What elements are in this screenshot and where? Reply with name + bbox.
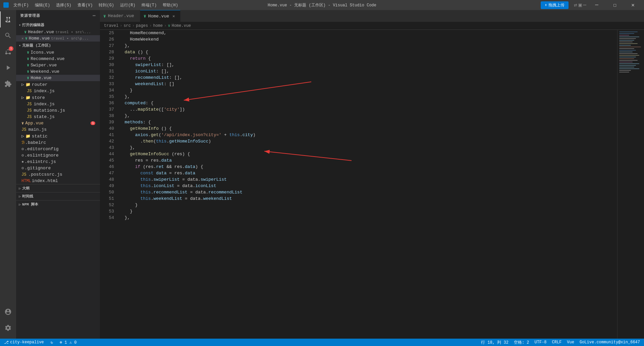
svg-rect-14 bbox=[619, 40, 634, 41]
file-recommend-vue[interactable]: ∨ Recommend.vue bbox=[16, 56, 100, 62]
header-vue-path: travel • src\... bbox=[55, 30, 91, 34]
outline-label[interactable]: ▷ 大纲 bbox=[16, 184, 100, 192]
tabs-bar: ∨ Header.vue ∨ Home.vue ✕ bbox=[100, 10, 644, 22]
status-line-ending[interactable]: CRLF bbox=[551, 340, 563, 345]
code-line: HomeWeekend bbox=[119, 36, 617, 43]
code-line: if (res.ret && res.data) { bbox=[119, 164, 617, 170]
breadcrumb-src[interactable]: src bbox=[123, 23, 131, 28]
svg-rect-12 bbox=[619, 37, 639, 37]
file-home-vue[interactable]: ∨ Home.vue bbox=[16, 75, 100, 81]
file-mutations-js[interactable]: JS mutations.js bbox=[16, 107, 100, 114]
tab-home-vue[interactable]: ∨ Home.vue ✕ bbox=[140, 10, 180, 22]
git-icon: ⚙ bbox=[21, 166, 24, 171]
file-weekend-vue[interactable]: ∨ Weekend.vue bbox=[16, 68, 100, 75]
folder-router[interactable]: ▷ 📁 router bbox=[16, 81, 100, 88]
activity-settings[interactable] bbox=[0, 320, 16, 336]
activity-extensions[interactable] bbox=[0, 76, 16, 92]
workspace-label: 无标题 (工作区) bbox=[22, 43, 51, 48]
code-line: }, bbox=[119, 43, 617, 49]
code-line: this.swiperList = data.swiperList bbox=[119, 176, 617, 183]
menu-help[interactable]: 帮助(H) bbox=[160, 2, 181, 9]
layout-icon[interactable]: ▣ bbox=[579, 2, 582, 8]
menu-view[interactable]: 查看(V) bbox=[75, 2, 96, 9]
code-editor[interactable]: 2526272829303132333435363738394041424344… bbox=[100, 30, 644, 339]
breadcrumb-file[interactable]: Home.vue bbox=[172, 23, 191, 28]
status-language[interactable]: Vue bbox=[566, 340, 576, 345]
js-file-icon: JS bbox=[21, 172, 26, 177]
close-button[interactable]: ✕ bbox=[625, 0, 641, 10]
folder-store[interactable]: ▷ 📁 store bbox=[16, 94, 100, 101]
status-encoding[interactable]: UTF-8 bbox=[533, 340, 548, 345]
activity-explorer[interactable] bbox=[0, 11, 16, 27]
status-errors[interactable]: ⊗ 1 ⚠ 0 bbox=[58, 340, 78, 345]
file-icons-vue[interactable]: ∨ Icons.vue bbox=[16, 49, 100, 56]
code-lines[interactable]: HomeRecommend, HomeWeekend }, data () { … bbox=[117, 30, 617, 339]
open-editors-section[interactable]: ▾ 打开的编辑器 bbox=[16, 21, 100, 29]
file-eslintignore[interactable]: ⚙ .eslintignore bbox=[16, 152, 100, 159]
close-editor-icon[interactable]: ✕ bbox=[21, 36, 24, 41]
menu-select[interactable]: 选择(S) bbox=[53, 2, 74, 9]
file-gitignore[interactable]: ⚙ .gitignore bbox=[16, 165, 100, 171]
activity-search[interactable] bbox=[0, 27, 16, 44]
upload-label: 拖拽上传 bbox=[548, 2, 565, 8]
file-postcssrc-js[interactable]: JS .postcssrc.js bbox=[16, 171, 100, 178]
more-icon[interactable]: ⋯ bbox=[583, 2, 586, 8]
timeline-arrow: ▷ bbox=[19, 194, 21, 198]
status-sync[interactable]: ↻ bbox=[49, 340, 54, 345]
svg-rect-33 bbox=[619, 72, 629, 72]
code-line: }, bbox=[119, 113, 617, 119]
tab-header-vue[interactable]: ∨ Header.vue bbox=[100, 10, 140, 22]
file-state-js[interactable]: JS state.js bbox=[16, 114, 100, 120]
open-editor-header-vue[interactable]: ∨ Header.vue travel • src\... bbox=[16, 29, 100, 35]
open-editor-home-vue[interactable]: ✕ ∨ Home.vue travel • src\p... bbox=[16, 35, 100, 42]
svg-rect-9 bbox=[619, 32, 638, 32]
breadcrumb-pages[interactable]: pages bbox=[136, 23, 148, 28]
status-branch[interactable]: ⎇ city-keepalive bbox=[3, 340, 45, 345]
vue-file-icon: ∨ bbox=[27, 75, 29, 80]
npm-label[interactable]: ▷ NPM 脚本 bbox=[16, 200, 100, 208]
activity-source-control[interactable]: 1 bbox=[0, 44, 16, 60]
svg-rect-11 bbox=[619, 35, 629, 36]
menu-edit[interactable]: 编辑(E) bbox=[32, 2, 53, 9]
file-store-index-js[interactable]: JS index.js bbox=[16, 101, 100, 107]
minimap bbox=[617, 30, 644, 339]
file-eslintrc-js[interactable]: ● .eslintrc.js bbox=[16, 159, 100, 165]
file-main-js[interactable]: JS main.js bbox=[16, 126, 100, 133]
file-index-html[interactable]: HTML index.html bbox=[16, 178, 100, 184]
svg-rect-26 bbox=[619, 60, 638, 61]
title-bar: 文件(F) 编辑(E) 选择(S) 查看(V) 转到(G) 运行(R) 终端(T… bbox=[0, 0, 644, 10]
workspace-section[interactable]: ▾ 无标题 (工作区) bbox=[16, 42, 100, 49]
minimize-button[interactable]: — bbox=[589, 0, 604, 10]
maximize-button[interactable]: ☐ bbox=[607, 0, 623, 10]
source-control-icon[interactable]: ⇄ bbox=[574, 2, 577, 8]
code-line: swiperList: [], bbox=[119, 62, 617, 68]
activity-account[interactable] bbox=[0, 304, 16, 320]
file-swiper-vue[interactable]: ∨ Swiper.vue bbox=[16, 62, 100, 68]
file-babelrc[interactable]: ℬ .babelrc bbox=[16, 139, 100, 146]
vue-icon: ∨ bbox=[25, 36, 28, 41]
status-position[interactable]: 行 18, 列 32 bbox=[480, 340, 510, 345]
activity-run[interactable] bbox=[0, 60, 16, 76]
tab-close-icon[interactable]: ✕ bbox=[172, 14, 175, 19]
title-bar-menu[interactable]: 文件(F) 编辑(E) 选择(S) 查看(V) 转到(G) 运行(R) 终端(T… bbox=[11, 2, 181, 9]
file-router-index-js[interactable]: JS index.js bbox=[16, 88, 100, 94]
app-badge: 1 bbox=[91, 121, 95, 125]
status-spaces[interactable]: 空格: 2 bbox=[513, 340, 531, 345]
status-golive[interactable]: GoLive.community@xin_6647 bbox=[578, 340, 641, 345]
upload-button[interactable]: ⬆ 拖拽上传 bbox=[541, 1, 569, 9]
babel-icon: ℬ bbox=[21, 140, 24, 145]
folder-static[interactable]: ▷ 📁 static bbox=[16, 133, 100, 139]
timeline-text: 时间线 bbox=[22, 194, 33, 199]
file-app-vue[interactable]: ∨ App.vue 1 bbox=[16, 120, 100, 126]
menu-goto[interactable]: 转到(G) bbox=[96, 2, 117, 9]
breadcrumb-sep4: › bbox=[164, 23, 166, 28]
menu-run[interactable]: 运行(R) bbox=[117, 2, 138, 9]
more-actions-icon[interactable]: ⋯ bbox=[93, 13, 96, 18]
menu-terminal[interactable]: 终端(T) bbox=[139, 2, 160, 9]
code-line: data () { bbox=[119, 49, 617, 55]
timeline-label[interactable]: ▷ 时间线 bbox=[16, 192, 100, 200]
breadcrumb-home[interactable]: home bbox=[153, 23, 163, 28]
menu-file[interactable]: 文件(F) bbox=[11, 2, 32, 9]
file-editorconfig[interactable]: ⚙ .editorconfig bbox=[16, 146, 100, 152]
breadcrumb-travel[interactable]: travel bbox=[104, 23, 118, 28]
